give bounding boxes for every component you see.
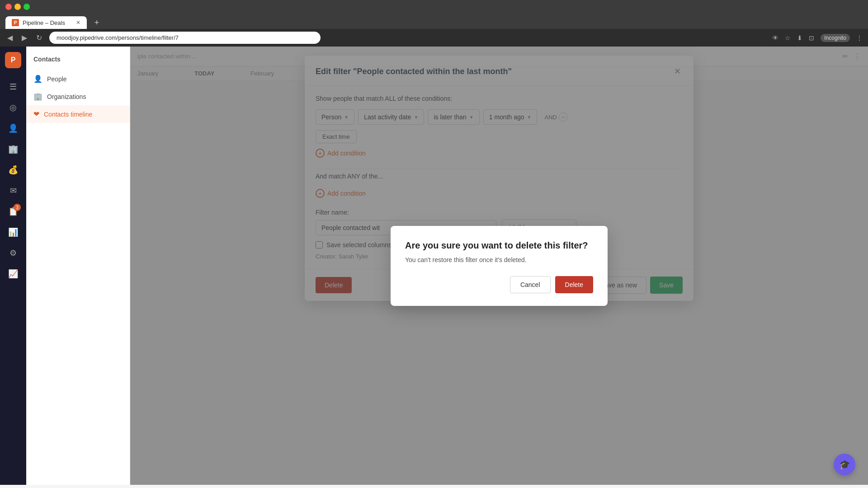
sidebar-item-activities[interactable]: ◎ (4, 98, 23, 117)
organizations-icon: 🏢 (33, 92, 42, 101)
confirm-title: Are you sure you want to delete this fil… (405, 240, 593, 251)
nav-panel: Contacts 👤 People 🏢 Organizations ❤ Cont… (26, 47, 130, 485)
tab-favicon: P (12, 19, 19, 26)
confirm-overlay: Are you sure you want to delete this fil… (130, 47, 868, 485)
app-logo[interactable]: P (5, 52, 21, 68)
window-minimize-btn[interactable] (14, 4, 21, 10)
back-btn[interactable]: ◀ (5, 32, 14, 44)
confirm-cancel-btn[interactable]: Cancel (510, 276, 551, 293)
people-icon: 👤 (33, 75, 42, 83)
sidebar-item-insights[interactable]: 📈 (4, 264, 23, 283)
organizations-label: Organizations (47, 93, 86, 100)
download-icon[interactable]: ⬇ (797, 34, 802, 42)
new-tab-btn[interactable]: + (90, 16, 103, 29)
extension-icon: 👁 (772, 34, 778, 42)
sidebar-item-organizations[interactable]: 🏢 Organizations (26, 88, 130, 105)
confirm-message: You can't restore this filter once it's … (405, 256, 593, 263)
sidebar-item-tasks[interactable]: 📋 3 (4, 202, 23, 221)
forward-btn[interactable]: ▶ (20, 32, 29, 44)
contacts-timeline-label: Contacts timeline (44, 111, 92, 118)
confirm-buttons: Cancel Delete (405, 276, 593, 293)
sidebar-item-contacts-timeline[interactable]: ❤ Contacts timeline (26, 105, 130, 123)
contacts-header-label: Contacts (33, 56, 61, 63)
tab-title: Pipeline – Deals (23, 19, 65, 26)
nav-panel-header: Contacts (26, 52, 130, 70)
incognito-badge: Incognito (821, 34, 850, 42)
chat-btn[interactable]: 🎓 (834, 454, 855, 475)
people-label: People (47, 75, 67, 83)
confirm-delete-btn[interactable]: Delete (555, 276, 593, 293)
sidebar-item-reports[interactable]: 📊 (4, 223, 23, 242)
address-input[interactable] (49, 32, 321, 44)
window-close-btn[interactable] (5, 4, 12, 10)
sidebar-item-organizations[interactable]: 🏢 (4, 140, 23, 159)
sidebar-item-menu[interactable]: ☰ (4, 77, 23, 96)
reload-btn[interactable]: ↻ (34, 32, 44, 44)
browser-tab[interactable]: P Pipeline – Deals ✕ (5, 16, 87, 29)
sidebar-item-deals[interactable]: 💰 (4, 160, 23, 179)
profile-icon[interactable]: ⊡ (809, 34, 814, 42)
timeline-icon: ❤ (33, 110, 39, 118)
sidebar: P ☰ ◎ 👤 🏢 💰 ✉ 📋 3 📊 ⚙ 📈 (0, 47, 26, 485)
sidebar-item-people[interactable]: 👤 (4, 119, 23, 138)
tasks-badge: 3 (14, 204, 21, 211)
browser-toolbar: 👁 ☆ ⬇ ⊡ Incognito ⋮ (772, 34, 863, 42)
tab-close-icon[interactable]: ✕ (76, 19, 80, 26)
main-content: iple contacted within ... ✏ ⋮ January TO… (130, 47, 868, 485)
sidebar-item-mail[interactable]: ✉ (4, 181, 23, 200)
sidebar-item-settings[interactable]: ⚙ (4, 244, 23, 263)
more-menu-icon[interactable]: ⋮ (856, 34, 863, 42)
window-maximize-btn[interactable] (24, 4, 30, 10)
sidebar-item-people[interactable]: 👤 People (26, 70, 130, 88)
confirm-dialog: Are you sure you want to delete this fil… (391, 226, 608, 306)
bookmark-icon[interactable]: ☆ (785, 34, 791, 42)
